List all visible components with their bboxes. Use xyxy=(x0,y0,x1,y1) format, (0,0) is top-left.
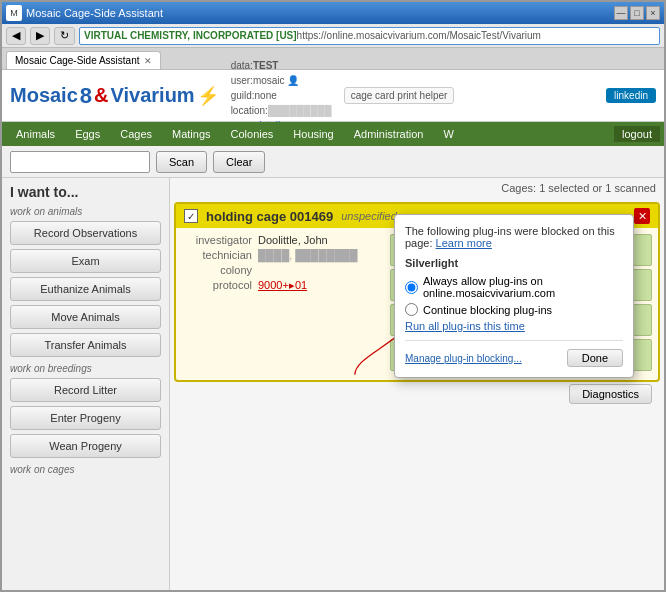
user-name-row: user:mosaic 👤 xyxy=(231,73,332,88)
active-tab[interactable]: Mosaic Cage-Side Assistant ✕ xyxy=(6,51,161,69)
plugin-popup-title: The following plug-ins were blocked on t… xyxy=(405,225,623,249)
diagnostics-button[interactable]: Diagnostics xyxy=(569,384,652,404)
transfer-animals-button[interactable]: Transfer Animals xyxy=(10,333,161,357)
radio-continue-blocking: Continue blocking plug-ins xyxy=(405,303,623,316)
cage-title: holding cage 001469 xyxy=(206,209,333,224)
continue-blocking-label: Continue blocking plug-ins xyxy=(423,304,552,316)
i-want-to-label: I want to... xyxy=(2,178,169,202)
wean-progeny-button[interactable]: Wean Progeny xyxy=(10,434,161,458)
section-animals-label: work on animals xyxy=(2,202,169,219)
cage-checkbox[interactable]: ✓ xyxy=(184,209,198,223)
reload-button[interactable]: ↻ xyxy=(54,27,75,45)
protocol-row: protocol 9000+▸01 xyxy=(182,279,382,292)
cage-close-button[interactable]: ✕ xyxy=(634,208,650,224)
nav-colonies[interactable]: Colonies xyxy=(221,122,284,146)
technician-row: technician ████, ████████ xyxy=(182,249,382,261)
colony-row: colony xyxy=(182,264,382,276)
scanned-info: Cages: 1 selected or 1 scanned xyxy=(170,178,664,198)
investigator-value: Doolittle, John xyxy=(258,234,328,246)
location-row: location:█████████ xyxy=(231,103,332,118)
cage-subtitle: unspecified xyxy=(341,210,397,222)
investigator-row: investigator Doolittle, John xyxy=(182,234,382,246)
tab-bar: Mosaic Cage-Side Assistant ✕ xyxy=(2,48,664,70)
logo-lightning: ⚡ xyxy=(197,85,219,107)
nav-animals[interactable]: Animals xyxy=(6,122,65,146)
left-panel: I want to... work on animals Record Obse… xyxy=(2,178,170,590)
radio-always-allow: Always allow plug-ins on online.mosaicvi… xyxy=(405,275,623,299)
protocol-label: protocol xyxy=(182,279,252,291)
tab-close-icon[interactable]: ✕ xyxy=(144,56,152,66)
forward-button[interactable]: ▶ xyxy=(30,27,50,45)
app-logo: Mosaic 8 & Vivarium ⚡ xyxy=(10,83,219,109)
logo-vivarium: Vivarium xyxy=(111,84,195,107)
linkedin-button[interactable]: linkedin xyxy=(606,88,656,103)
clear-button[interactable]: Clear xyxy=(213,151,265,173)
logo-mosaic: Mosaic xyxy=(10,84,78,107)
tab-label: Mosaic Cage-Side Assistant xyxy=(15,55,140,66)
logo-eight: 8 xyxy=(80,83,92,109)
back-button[interactable]: ◀ xyxy=(6,27,26,45)
scan-input[interactable] xyxy=(10,151,150,173)
cage-card-helper: cage card print helper xyxy=(344,87,455,104)
scan-bar: Scan Clear xyxy=(2,146,664,178)
nav-bar: Animals Eggs Cages Matings Colonies Hous… xyxy=(2,122,664,146)
window-frame: M Mosaic Cage-Side Assistant — □ × ◀ ▶ ↻… xyxy=(0,0,666,592)
always-allow-label: Always allow plug-ins on online.mosaicvi… xyxy=(423,275,623,299)
window-controls: — □ × xyxy=(614,6,660,20)
always-allow-radio[interactable] xyxy=(405,281,418,294)
manage-plugin-link[interactable]: Manage plug-in blocking... xyxy=(405,353,522,364)
run-all-link[interactable]: Run all plug-ins this time xyxy=(405,320,623,332)
url-text: https://online.mosaicvivarium.com/Mosaic… xyxy=(297,30,541,41)
section-breedings-label: work on breedings xyxy=(2,359,169,376)
close-button[interactable]: × xyxy=(646,6,660,20)
record-litter-button[interactable]: Record Litter xyxy=(10,378,161,402)
main-content: I want to... work on animals Record Obse… xyxy=(2,178,664,590)
guild-row: guild:none xyxy=(231,88,332,103)
protocol-link[interactable]: 9000+▸01 xyxy=(258,279,307,292)
investigator-label: investigator xyxy=(182,234,252,246)
logo-amp: & xyxy=(94,84,108,107)
nav-matings[interactable]: Matings xyxy=(162,122,221,146)
record-observations-button[interactable]: Record Observations xyxy=(10,221,161,245)
cage-details: investigator Doolittle, John technician … xyxy=(182,234,382,374)
app-icon: M xyxy=(6,5,22,21)
learn-more-link[interactable]: Learn more xyxy=(436,237,492,249)
technician-value: ████, ████████ xyxy=(258,249,358,261)
maximize-button[interactable]: □ xyxy=(630,6,644,20)
colony-label: colony xyxy=(182,264,252,276)
scan-button[interactable]: Scan xyxy=(156,151,207,173)
nav-housing[interactable]: Housing xyxy=(283,122,343,146)
app-header: Mosaic 8 & Vivarium ⚡ data:TEST user:mos… xyxy=(2,70,664,122)
exam-button[interactable]: Exam xyxy=(10,249,161,273)
minimize-button[interactable]: — xyxy=(614,6,628,20)
nav-cages[interactable]: Cages xyxy=(110,122,162,146)
nav-administration[interactable]: Administration xyxy=(344,122,434,146)
euthanize-button[interactable]: Euthanize Animals xyxy=(10,277,161,301)
url-secure-label: VIRTUAL CHEMISTRY, INCORPORATED [US] xyxy=(84,30,297,41)
section-cages-label: work on cages xyxy=(2,460,169,477)
move-animals-button[interactable]: Move Animals xyxy=(10,305,161,329)
logout-button[interactable]: logout xyxy=(614,126,660,142)
nav-eggs[interactable]: Eggs xyxy=(65,122,110,146)
technician-label: technician xyxy=(182,249,252,261)
plugin-popup: The following plug-ins were blocked on t… xyxy=(394,214,634,378)
browser-toolbar: ◀ ▶ ↻ VIRTUAL CHEMISTRY, INCORPORATED [U… xyxy=(2,24,664,48)
user-data-row: data:TEST xyxy=(231,58,332,73)
title-bar: M Mosaic Cage-Side Assistant — □ × xyxy=(2,2,664,24)
enter-progeny-button[interactable]: Enter Progeny xyxy=(10,406,161,430)
plugin-bottom: Manage plug-in blocking... Done xyxy=(405,349,623,367)
continue-blocking-radio[interactable] xyxy=(405,303,418,316)
url-bar[interactable]: VIRTUAL CHEMISTRY, INCORPORATED [US] htt… xyxy=(79,27,660,45)
silverlight-label: Silverlight xyxy=(405,257,623,269)
window-title: Mosaic Cage-Side Assistant xyxy=(26,7,614,19)
done-button[interactable]: Done xyxy=(567,349,623,367)
nav-w[interactable]: W xyxy=(433,122,463,146)
